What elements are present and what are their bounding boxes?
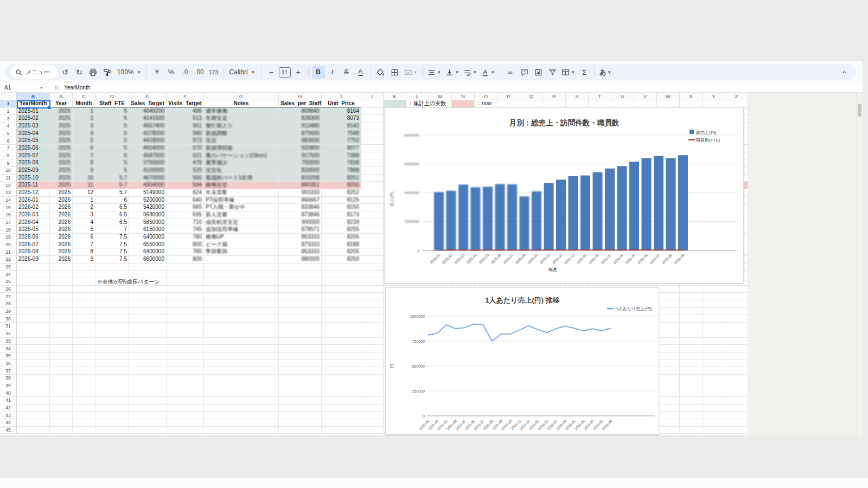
cell-X34[interactable] [680,345,703,352]
cell-B39[interactable] [50,382,73,390]
cell-A15[interactable]: 2026-02 [17,204,50,211]
cell-D44[interactable] [95,419,129,427]
cell-Z40[interactable] [725,389,748,397]
line-chart-sales-per-staff[interactable]: 1人あたり売上(円) 推移025000050000075000010000002… [385,287,659,435]
cell-X36[interactable] [680,360,703,368]
cell-B34[interactable] [50,345,73,352]
cell-J9[interactable] [361,159,384,167]
more-formats-button[interactable]: 123 [207,66,220,79]
cell-W44[interactable] [657,419,680,427]
cell-H12[interactable]: 860351 [279,182,322,189]
table-views-button[interactable]: ▼ [560,66,577,79]
cell-Z30[interactable] [725,315,748,323]
cell-Y43[interactable] [703,412,725,419]
cell-V1[interactable] [634,100,657,108]
cell-C2[interactable]: 1 [73,108,95,115]
cell-I24[interactable] [322,271,361,278]
cell-J7[interactable] [361,145,384,152]
cell-G20[interactable]: ピーク期 [204,241,279,249]
bold-button[interactable]: B [312,66,325,79]
cell-C29[interactable] [73,308,95,316]
cell-H23[interactable] [279,264,322,271]
cell-D11[interactable]: 5.7 [95,175,129,182]
cell-C5[interactable]: 4 [73,130,95,138]
cell-I42[interactable] [322,404,361,412]
cell-Z42[interactable] [725,404,748,412]
cell-H39[interactable] [279,382,322,390]
insert-comment-button[interactable] [518,66,531,79]
cell-W28[interactable] [657,300,680,308]
cell-W34[interactable] [657,345,680,352]
cell-D7[interactable]: 5 [95,145,129,152]
cell-I16[interactable]: 8173 [322,211,361,219]
cell-E4[interactable]: 4567400 [129,123,167,130]
cell-B13[interactable]: 2025 [50,189,73,197]
cell-G21[interactable]: 季節要因 [204,248,279,256]
cell-W1[interactable] [657,100,680,108]
cell-E15[interactable]: 5420000 [129,204,167,211]
cell-I37[interactable] [322,367,361,375]
cell-H35[interactable] [279,352,322,360]
cell-I1[interactable]: Unit_Price [322,100,361,108]
cell-D42[interactable] [95,404,129,412]
cell-C10[interactable]: 9 [73,167,95,175]
cell-E9[interactable]: 3750000 [129,159,167,167]
cell-F44[interactable] [167,419,204,427]
cell-C24[interactable] [73,271,95,278]
cell-H2[interactable]: 809840 [279,108,322,115]
format-percent-button[interactable]: % [164,66,177,79]
cell-J22[interactable] [361,256,384,264]
cell-Z31[interactable] [725,323,748,330]
cell-D5[interactable]: 5 [95,130,129,138]
cell-H22[interactable]: 880000 [279,256,322,264]
cell-G6[interactable]: 安定 [204,137,279,145]
cell-A39[interactable] [17,382,50,390]
cell-B10[interactable]: 2025 [50,167,73,175]
cell-F23[interactable] [167,264,204,271]
cell-G8[interactable]: 夏のバケーション(Obon) [204,152,279,160]
cell-X33[interactable] [680,338,703,345]
cell-E3[interactable]: 4141500 [129,115,167,123]
cell-A36[interactable] [17,360,50,368]
row-header-38[interactable]: 38 [0,375,17,382]
cell-H8[interactable]: 917500 [279,152,322,160]
cell-Z32[interactable] [725,330,748,338]
cell-W39[interactable] [657,382,680,390]
cell-Z39[interactable] [725,382,748,390]
menu-search-button[interactable]: メニュー [11,65,58,79]
cell-H1[interactable]: Sales_per_Staff [279,100,322,108]
cell-I32[interactable] [322,330,361,338]
input-tools-button[interactable]: あ ▼ [598,66,613,79]
cell-F12[interactable]: 594 [167,182,204,189]
text-color-button[interactable]: A [354,66,367,79]
cell-J33[interactable] [361,338,384,345]
cell-I34[interactable] [322,345,361,352]
cell-Y42[interactable] [703,404,725,412]
cell-K1[interactable] [384,100,406,108]
decrease-decimal-button[interactable]: .0 [178,66,192,79]
cell-J13[interactable] [361,189,384,197]
cell-F45[interactable] [167,427,204,434]
cell-D16[interactable]: 6.5 [95,211,129,219]
row-header-31[interactable]: 31 [0,323,17,330]
cell-C26[interactable] [73,286,95,293]
cell-J20[interactable] [361,241,384,249]
font-size-input[interactable]: 11 [279,67,291,78]
cell-Z28[interactable] [725,300,748,308]
cell-A23[interactable] [17,264,50,271]
cell-I39[interactable] [322,382,361,390]
cell-H21[interactable]: 853333 [279,248,322,256]
text-wrap-button[interactable]: ▼ [462,66,478,79]
cell-C16[interactable]: 3 [73,211,95,219]
print-button[interactable] [87,66,100,79]
cell-I31[interactable] [322,323,361,330]
cell-F41[interactable] [167,397,204,404]
cell-B23[interactable] [50,264,73,271]
cell-G41[interactable] [204,397,279,404]
cell-J30[interactable] [361,315,384,323]
cell-I3[interactable]: 8073 [322,115,361,123]
cell-E16[interactable]: 5680000 [129,211,167,219]
cell-X41[interactable] [680,397,703,404]
cell-B6[interactable]: 2025 [50,137,73,145]
cell-C7[interactable]: 6 [73,145,95,152]
